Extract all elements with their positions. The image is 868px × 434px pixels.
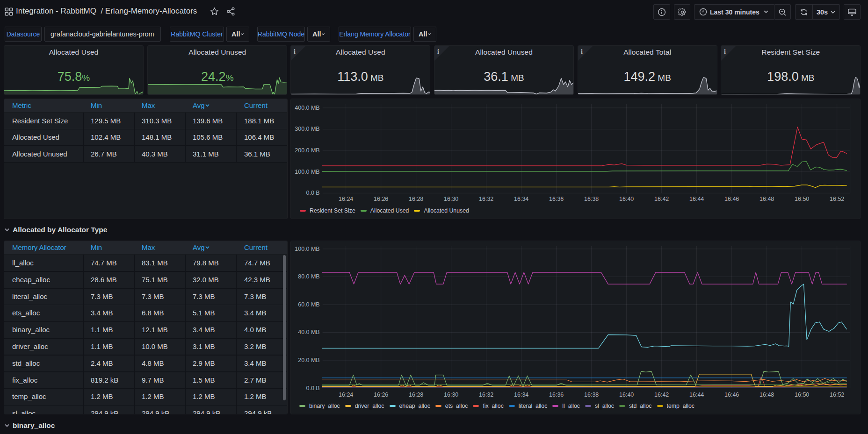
svg-text:16:24: 16:24 — [339, 196, 353, 202]
svg-text:16:44: 16:44 — [689, 391, 704, 398]
svg-text:16:30: 16:30 — [444, 391, 458, 398]
svg-text:200.0 MB: 200.0 MB — [295, 147, 320, 154]
svg-text:16:38: 16:38 — [584, 196, 599, 202]
svg-text:16:28: 16:28 — [409, 196, 423, 202]
svg-text:0.0 B: 0.0 B — [306, 384, 320, 391]
svg-text:100.0 MB: 100.0 MB — [295, 245, 320, 252]
svg-text:0.0 B: 0.0 B — [306, 190, 320, 196]
svg-text:16:38: 16:38 — [584, 391, 599, 398]
svg-text:16:46: 16:46 — [724, 391, 739, 398]
svg-text:16:52: 16:52 — [830, 391, 844, 398]
svg-text:80.0 MB: 80.0 MB — [298, 273, 320, 280]
svg-text:16:40: 16:40 — [619, 196, 634, 202]
svg-text:16:48: 16:48 — [760, 196, 774, 202]
svg-text:16:32: 16:32 — [479, 196, 493, 202]
svg-text:20.0 MB: 20.0 MB — [298, 357, 320, 363]
svg-text:16:34: 16:34 — [514, 391, 528, 398]
svg-text:16:52: 16:52 — [830, 196, 844, 202]
svg-text:16:42: 16:42 — [654, 196, 669, 202]
svg-text:16:48: 16:48 — [760, 391, 774, 398]
svg-text:16:26: 16:26 — [374, 391, 388, 398]
svg-text:100.0 MB: 100.0 MB — [295, 168, 320, 175]
svg-text:400.0 MB: 400.0 MB — [295, 105, 320, 111]
svg-text:16:26: 16:26 — [374, 196, 388, 202]
svg-text:60.0 MB: 60.0 MB — [298, 301, 320, 308]
svg-text:16:32: 16:32 — [479, 391, 493, 398]
svg-text:16:50: 16:50 — [795, 391, 809, 398]
svg-text:16:42: 16:42 — [654, 391, 669, 398]
svg-text:16:24: 16:24 — [339, 391, 353, 398]
svg-text:16:40: 16:40 — [619, 391, 634, 398]
svg-text:16:36: 16:36 — [549, 391, 564, 398]
svg-text:16:34: 16:34 — [514, 196, 528, 202]
svg-text:300.0 MB: 300.0 MB — [295, 126, 320, 132]
svg-text:16:50: 16:50 — [795, 196, 809, 202]
svg-text:16:36: 16:36 — [549, 196, 564, 202]
svg-text:40.0 MB: 40.0 MB — [298, 329, 320, 335]
svg-text:16:46: 16:46 — [724, 196, 739, 202]
svg-text:16:44: 16:44 — [689, 196, 704, 202]
svg-text:16:28: 16:28 — [409, 391, 423, 398]
svg-text:16:30: 16:30 — [444, 196, 458, 202]
